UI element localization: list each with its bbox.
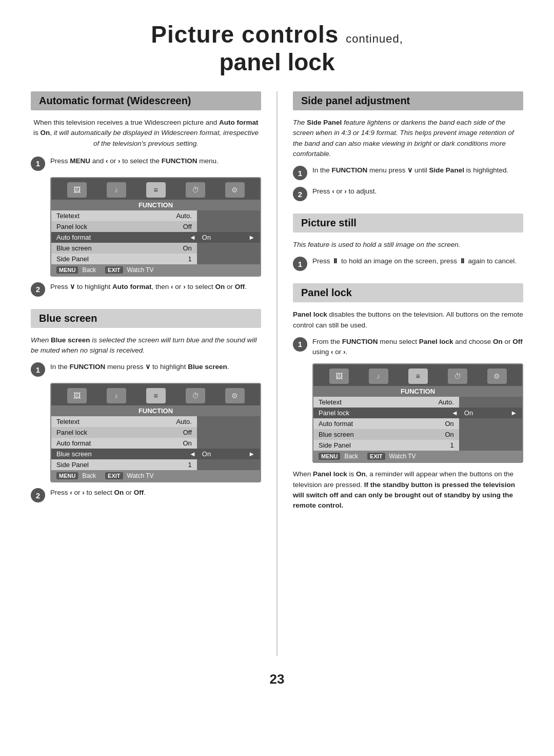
menu-table-2: Teletext Auto. Panel lock Off Auto forma… bbox=[51, 416, 260, 470]
step-num-bs1: 1 bbox=[31, 362, 45, 377]
step-num-1: 1 bbox=[31, 157, 45, 171]
side-panel-intro: The Side Panel feature lightens or darke… bbox=[293, 118, 523, 159]
menu-cell-value: Off bbox=[171, 221, 196, 232]
menu-icon-b4: ⏱ bbox=[186, 388, 205, 403]
menu-icon-c2: ♪ bbox=[369, 369, 388, 384]
menu-title-1: FUNCTION bbox=[51, 200, 260, 210]
menu-cell-value: On bbox=[197, 232, 247, 243]
menu-row-highlighted: Panel lock ◄ On ► bbox=[313, 408, 522, 418]
menu-cell-label: Panel lock bbox=[313, 408, 433, 418]
auto-format-step2: 2 Press ∨ to highlight Auto format, then… bbox=[31, 282, 261, 297]
menu-box-1: 🖼 ♪ ≡ ⏱ ⚙ FUNCTION Teletext Auto. Panel … bbox=[50, 177, 261, 277]
step-num-sp2: 2 bbox=[293, 187, 307, 201]
menu-table-3: Teletext Auto. Panel lock ◄ On ► Auto fo… bbox=[313, 397, 522, 451]
step-num-ps1: 1 bbox=[293, 257, 307, 271]
auto-format-intro: When this television receives a true Wid… bbox=[31, 118, 261, 149]
menu-cell-value: 1 bbox=[171, 459, 196, 470]
menu-cell-value: Auto. bbox=[171, 416, 196, 427]
menu-cell-label: Blue screen bbox=[51, 243, 171, 254]
menu-key-menu2: MENU bbox=[56, 472, 78, 479]
menu-icon-c3: ≡ bbox=[408, 369, 428, 384]
menu-row: Auto format On bbox=[313, 418, 522, 429]
menu-key-menu3: MENU bbox=[319, 453, 340, 460]
step-num-pl1: 1 bbox=[293, 337, 307, 352]
menu-cell-label: Teletext bbox=[313, 397, 433, 408]
menu-row: Panel lock Off bbox=[51, 427, 260, 438]
blue-screen-intro: When Blue screen is selected the screen … bbox=[31, 335, 261, 356]
menu-cell-label: Side Panel bbox=[51, 254, 171, 264]
menu-icons-row-2: 🖼 ♪ ≡ ⏱ ⚙ bbox=[51, 384, 260, 405]
panel-lock-section: Panel lock Panel lock disables the butto… bbox=[293, 283, 523, 511]
blue-screen-header: Blue screen bbox=[31, 309, 261, 328]
menu-row: Teletext Auto. bbox=[51, 210, 260, 221]
menu-footer-watchtv: Watch TV bbox=[127, 266, 154, 274]
menu-arrow-right: ► bbox=[247, 232, 260, 243]
menu-footer-back2: Back bbox=[82, 472, 96, 479]
panel-lock-footer-text: When Panel lock is On, a reminder will a… bbox=[293, 469, 523, 511]
picture-still-step1: 1 Press ⏸ to hold an image on the screen… bbox=[293, 256, 523, 271]
blue-screen-section: Blue screen When Blue screen is selected… bbox=[31, 309, 261, 503]
menu-arrow-right: ► bbox=[247, 449, 260, 459]
menu-cell-label: Auto format bbox=[51, 232, 171, 243]
menu-footer-2: MENU Back EXIT Watch TV bbox=[51, 470, 260, 481]
menu-key-exit: EXIT bbox=[105, 266, 123, 274]
menu-arrow-right: ► bbox=[509, 408, 522, 418]
menu-footer-back3: Back bbox=[344, 453, 358, 460]
menu-key-menu: MENU bbox=[56, 266, 78, 274]
side-panel-step1: 1 In the FUNCTION menu press ∨ until Sid… bbox=[293, 165, 523, 180]
auto-format-step1: 1 Press MENU and ‹ or › to select the FU… bbox=[31, 156, 261, 171]
menu-arrow-left: ◄ bbox=[433, 408, 459, 418]
panel-lock-intro: Panel lock disables the buttons on the t… bbox=[293, 309, 523, 331]
menu-cell-value: On bbox=[171, 438, 196, 449]
menu-footer-back: Back bbox=[82, 266, 96, 274]
menu-cell-label: Teletext bbox=[51, 210, 171, 221]
picture-still-intro: This feature is used to hold a still ima… bbox=[293, 240, 523, 250]
menu-row-highlighted: Auto format ◄ On ► bbox=[51, 232, 260, 243]
auto-format-step1-text: Press MENU and ‹ or › to select the FUNC… bbox=[50, 156, 219, 166]
side-panel-step2: 2 Press ‹ or › to adjust. bbox=[293, 186, 523, 201]
page-number: 23 bbox=[31, 671, 523, 687]
title-sub: panel lock bbox=[31, 48, 523, 76]
menu-icon-c5: ⚙ bbox=[487, 369, 507, 384]
menu-row: Auto format On bbox=[51, 438, 260, 449]
menu-row: Teletext Auto. bbox=[313, 397, 522, 408]
right-column: Side panel adjustment The Side Panel fea… bbox=[293, 91, 523, 523]
menu-cell-label: Auto format bbox=[313, 418, 433, 429]
step-num-2: 2 bbox=[31, 282, 45, 297]
menu-row: Side Panel 1 bbox=[313, 440, 522, 451]
left-column: Automatic format (Widescreen) When this … bbox=[31, 91, 261, 515]
step-num-sp1: 1 bbox=[293, 166, 307, 180]
menu-row: Side Panel 1 bbox=[51, 459, 260, 470]
menu-icon-b3: ≡ bbox=[146, 388, 166, 403]
menu-box-2: 🖼 ♪ ≡ ⏱ ⚙ FUNCTION Teletext Auto. Panel … bbox=[50, 383, 261, 482]
menu-title-2: FUNCTION bbox=[51, 405, 260, 416]
blue-screen-step1: 1 In the FUNCTION menu press ∨ to highli… bbox=[31, 362, 261, 377]
auto-format-header: Automatic format (Widescreen) bbox=[31, 91, 261, 110]
menu-icons-row-3: 🖼 ♪ ≡ ⏱ ⚙ bbox=[313, 364, 522, 386]
panel-lock-step1: 1 From the FUNCTION menu select Panel lo… bbox=[293, 337, 523, 358]
menu-cell-label: Panel lock bbox=[51, 221, 171, 232]
menu-cell-label: Teletext bbox=[51, 416, 171, 427]
picture-still-step1-text: Press ⏸ to hold an image on the screen, … bbox=[312, 256, 517, 266]
menu-row: Blue screen On bbox=[313, 429, 522, 440]
menu-icon-c4: ⏱ bbox=[448, 369, 467, 384]
picture-still-section: Picture still This feature is used to ho… bbox=[293, 214, 523, 271]
menu-icons-row-1: 🖼 ♪ ≡ ⏱ ⚙ bbox=[51, 178, 260, 200]
page-title: Picture controls continued, panel lock bbox=[31, 21, 523, 76]
side-panel-section: Side panel adjustment The Side Panel fea… bbox=[293, 91, 523, 201]
menu-cell-label: Panel lock bbox=[51, 427, 171, 438]
side-panel-step1-text: In the FUNCTION menu press ∨ until Side … bbox=[312, 165, 508, 176]
menu-icon-1: 🖼 bbox=[67, 182, 87, 198]
menu-cell-value: 1 bbox=[171, 254, 196, 264]
blue-screen-step1-text: In the FUNCTION menu press ∨ to highligh… bbox=[50, 362, 229, 372]
menu-icon-c1: 🖼 bbox=[329, 369, 349, 384]
menu-footer-watchtv3: Watch TV bbox=[389, 453, 416, 460]
menu-title-3: FUNCTION bbox=[313, 386, 522, 397]
menu-footer-1: MENU Back EXIT Watch TV bbox=[51, 264, 260, 276]
picture-still-header: Picture still bbox=[293, 214, 523, 232]
menu-cell-label: Side Panel bbox=[313, 440, 433, 451]
menu-arrow-left: ◄ bbox=[171, 449, 196, 459]
menu-cell-value: On bbox=[433, 429, 459, 440]
menu-table-1: Teletext Auto. Panel lock Off Auto forma… bbox=[51, 210, 260, 264]
menu-row: Side Panel 1 bbox=[51, 254, 260, 264]
